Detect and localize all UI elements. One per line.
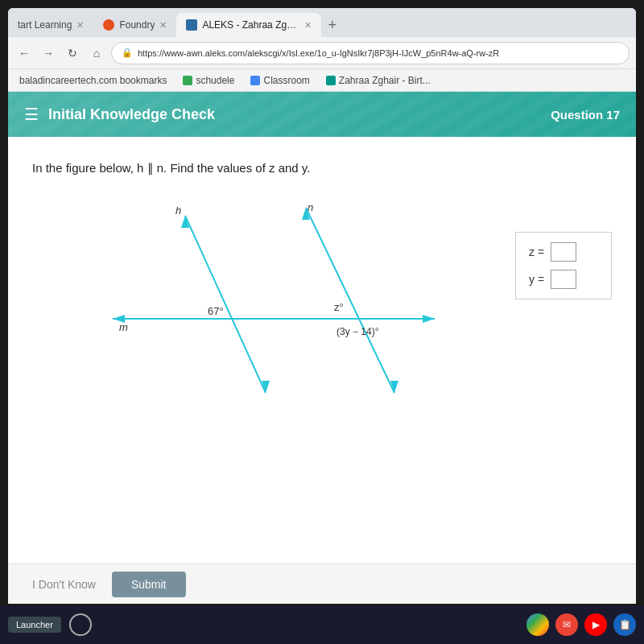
page-title: Initial Knowledge Check (48, 106, 215, 123)
tab-close-aleks[interactable]: ✕ (304, 20, 312, 31)
taskbar: Launcher ✉ ▶ 📋 (0, 605, 644, 644)
bookmark-zahraa-favicon (326, 76, 336, 85)
new-tab-button[interactable]: + (321, 13, 343, 37)
svg-marker-8 (423, 315, 435, 323)
bookmark-zahraa-label: Zahraa Zghair - Birt... (339, 75, 431, 86)
laptop-screen: tart Learning ✕ Foundry ✕ ALEKS - Zahraa… (0, 0, 644, 644)
bookmark-zahraa[interactable]: Zahraa Zghair - Birt... (321, 73, 436, 88)
foundry-favicon (103, 19, 114, 31)
question-content: In the figure below, h ∥ n. Find the val… (8, 137, 636, 425)
tab-bar: tart Learning ✕ Foundry ✕ ALEKS - Zahraa… (8, 8, 636, 37)
chrome-icon[interactable] (526, 613, 549, 636)
tab-aleks-label: ALEKS - Zahraa Zghair - Knowle... (202, 19, 299, 31)
svg-line-0 (185, 216, 266, 393)
browser-window: tart Learning ✕ Foundry ✕ ALEKS - Zahraa… (8, 8, 636, 604)
tab-foundry-label: Foundry (119, 19, 155, 31)
aleks-favicon (186, 19, 197, 31)
bookmark-schudele-label: schudele (196, 75, 234, 86)
forward-button[interactable]: → (39, 43, 58, 63)
svg-text:h: h (175, 204, 181, 217)
reload-button[interactable]: ↻ (63, 43, 82, 63)
z-answer-row: z = (529, 242, 598, 262)
taskbar-icons: ✉ ▶ 📋 (526, 613, 636, 636)
question-text: In the figure below, h ∥ n. Find the val… (32, 161, 612, 175)
bookmarks-bar: baladincareertech.com bookmarks schudele… (8, 69, 636, 92)
y-answer-row: y = (529, 270, 598, 289)
submit-button[interactable]: Submit (112, 572, 186, 597)
bookmark-classroom[interactable]: Classroom (246, 73, 314, 88)
taskbar-circle (69, 613, 92, 636)
launcher-button[interactable]: Launcher (8, 617, 61, 633)
bookmark-schudele-favicon (183, 76, 192, 85)
address-input[interactable]: 🔒 https://www-awn.aleks.com/alekscgi/x/I… (111, 42, 630, 64)
bookmark-classroom-label: Classroom (263, 75, 309, 86)
mail-icon[interactable]: ✉ (555, 613, 578, 636)
lock-icon: 🔒 (122, 47, 133, 58)
question-number: Question 17 (551, 108, 620, 122)
answer-box: z = y = (515, 232, 612, 299)
svg-text:z°: z° (334, 301, 344, 313)
y-input[interactable] (551, 270, 576, 289)
tab-aleks[interactable]: ALEKS - Zahraa Zghair - Knowle... ✕ (176, 13, 321, 37)
header-left: ☰ Initial Knowledge Check (24, 105, 215, 124)
address-bar-row: ← → ↻ ⌂ 🔒 https://www-awn.aleks.com/alek… (8, 37, 636, 69)
home-button[interactable]: ⌂ (87, 43, 106, 63)
tab-close-foundry[interactable]: ✕ (159, 20, 167, 31)
youtube-icon[interactable]: ▶ (584, 613, 607, 636)
bookmark-baladincareertech-label: baladincareertech.com bookmarks (19, 75, 167, 86)
dont-know-button[interactable]: I Don't Know (32, 578, 96, 591)
aleks-header: ☰ Initial Knowledge Check Question 17 (8, 92, 636, 137)
bookmark-schudele[interactable]: schudele (178, 73, 239, 88)
y-label: y = (529, 273, 544, 286)
url-text: https://www-awn.aleks.com/alekscgi/x/Isl… (138, 48, 499, 58)
z-label: z = (529, 246, 544, 258)
svg-line-3 (306, 208, 394, 393)
tab-foundry[interactable]: Foundry ✕ (93, 13, 176, 37)
z-input[interactable] (551, 242, 576, 262)
svg-text:67°: 67° (208, 305, 224, 317)
content-area: ☰ Initial Knowledge Check Question 17 In… (8, 92, 636, 604)
bookmark-classroom-favicon (250, 76, 260, 85)
geometry-diagram: h n m 67° z° (3y − 14)° (32, 200, 499, 409)
menu-icon[interactable]: ☰ (24, 105, 39, 124)
tab-start-learning-label: tart Learning (18, 19, 72, 31)
svg-text:n: n (308, 201, 313, 213)
diagram-area: h n m 67° z° (3y − 14)° (32, 200, 612, 409)
svg-text:(3y − 14)°: (3y − 14)° (336, 326, 379, 337)
back-button[interactable]: ← (14, 43, 34, 63)
bookmark-baladincareertech[interactable]: baladincareertech.com bookmarks (14, 73, 171, 88)
task-icon[interactable]: 📋 (613, 613, 636, 636)
tab-close-start-learning[interactable]: ✕ (76, 20, 84, 31)
bottom-bar: I Don't Know Submit (8, 564, 636, 604)
tab-start-learning[interactable]: tart Learning ✕ (8, 13, 93, 37)
svg-text:m: m (119, 321, 128, 333)
